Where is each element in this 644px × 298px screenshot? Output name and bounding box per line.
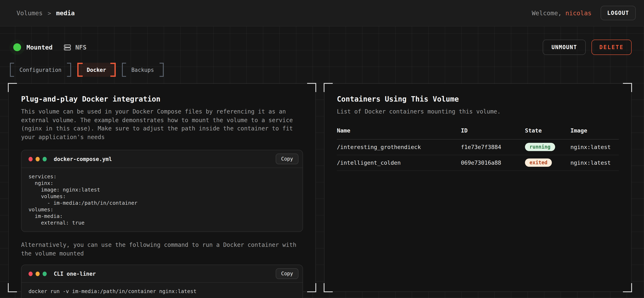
panel-corner-icon (307, 83, 316, 92)
column-header-name: Name (337, 127, 461, 134)
breadcrumb-volumes-link[interactable]: Volumes (16, 9, 42, 17)
tab-docker[interactable]: Docker (77, 63, 116, 77)
panel-corner-icon (307, 283, 316, 292)
traffic-green-icon (42, 272, 47, 276)
panel-corner-icon (8, 283, 17, 292)
cli-code-header: CLI one-liner Copy (22, 265, 302, 283)
compose-code-header: docker-compose.yml Copy (22, 150, 302, 168)
breadcrumb-current-volume: media (56, 9, 74, 17)
status-row: Mounted NFS UNMOUNT DELETE (8, 40, 632, 55)
compose-code-block: docker-compose.yml Copy services: nginx:… (21, 150, 303, 232)
containers-table: Name ID State Image /interesting_grothen… (337, 127, 619, 171)
chevron-right-icon: > (48, 10, 51, 16)
cli-note: Alternatively, you can use the following… (21, 241, 303, 258)
containers-table-header: Name ID State Image (337, 127, 619, 139)
tab-bar: Configuration Docker Backups (8, 63, 632, 77)
compose-copy-button[interactable]: Copy (276, 154, 298, 164)
panel-corner-icon (324, 83, 333, 92)
compose-code: services: nginx: image: nginx:latest vol… (22, 168, 302, 232)
welcome-prefix: Welcome, (532, 9, 562, 17)
table-row: /intelligent_colden 069e73016a88 exited … (337, 155, 619, 171)
column-header-id: ID (461, 127, 525, 134)
logout-button[interactable]: LOGOUT (600, 6, 636, 20)
container-id: f1e73e7f3884 (461, 144, 525, 150)
docker-panel-title: Plug-and-play Docker integration (21, 95, 303, 103)
state-badge: exited (525, 158, 552, 167)
cli-code: docker run -v im-media:/path/in/containe… (22, 283, 302, 298)
container-image: nginx:latest (570, 159, 619, 166)
top-bar-right: Welcome, nicolas LOGOUT (532, 6, 636, 20)
top-bar: Volumes > media Welcome, nicolas LOGOUT (0, 0, 644, 26)
delete-button[interactable]: DELETE (592, 40, 632, 55)
content-area: Mounted NFS UNMOUNT DELETE Configuration… (0, 26, 644, 298)
welcome-text: Welcome, nicolas (532, 9, 592, 17)
containers-panel: Containers Using This Volume List of Doc… (324, 83, 632, 292)
cli-code-block: CLI one-liner Copy docker run -v im-medi… (21, 265, 303, 298)
panel-corner-icon (623, 283, 632, 292)
traffic-yellow-icon (36, 272, 40, 276)
state-badge: running (525, 143, 555, 151)
container-name: /interesting_grothendieck (337, 144, 461, 150)
breadcrumb: Volumes > media (16, 9, 75, 17)
column-header-state: State (525, 127, 570, 134)
container-image: nginx:latest (570, 144, 619, 150)
tab-configuration[interactable]: Configuration (10, 63, 71, 77)
server-icon (63, 43, 72, 51)
container-name: /intelligent_colden (337, 159, 461, 166)
docker-panel-description: This volume can be used in your Docker C… (21, 107, 303, 141)
mounted-status-label: Mounted (26, 43, 52, 51)
traffic-lights-icon (28, 157, 47, 161)
app-root: Volumes > media Welcome, nicolas LOGOUT … (0, 0, 644, 298)
traffic-green-icon (42, 157, 47, 161)
container-state: running (525, 143, 570, 151)
traffic-lights-icon (28, 272, 47, 276)
traffic-red-icon (28, 157, 33, 161)
container-id: 069e73016a88 (461, 159, 525, 166)
containers-panel-subtitle: List of Docker containers mounting this … (337, 107, 619, 116)
containers-panel-title: Containers Using This Volume (337, 95, 619, 103)
compose-filename: docker-compose.yml (54, 156, 112, 162)
docker-integration-panel: Plug-and-play Docker integration This vo… (8, 83, 316, 292)
tab-backups[interactable]: Backups (122, 63, 164, 77)
username: nicolas (566, 9, 592, 17)
traffic-yellow-icon (36, 157, 40, 161)
mounted-status-dot-icon (13, 43, 21, 51)
cli-copy-button[interactable]: Copy (276, 269, 298, 279)
column-header-image: Image (570, 127, 619, 134)
panel-corner-icon (623, 83, 632, 92)
cli-filename: CLI one-liner (54, 271, 96, 277)
panel-corner-icon (8, 83, 17, 92)
table-row: /interesting_grothendieck f1e73e7f3884 r… (337, 139, 619, 155)
traffic-red-icon (28, 272, 33, 276)
panels-row: Plug-and-play Docker integration This vo… (8, 83, 632, 292)
panel-corner-icon (324, 283, 333, 292)
filesystem-type: NFS (63, 43, 86, 51)
container-state: exited (525, 158, 570, 167)
filesystem-type-label: NFS (75, 43, 86, 51)
unmount-button[interactable]: UNMOUNT (543, 40, 586, 55)
